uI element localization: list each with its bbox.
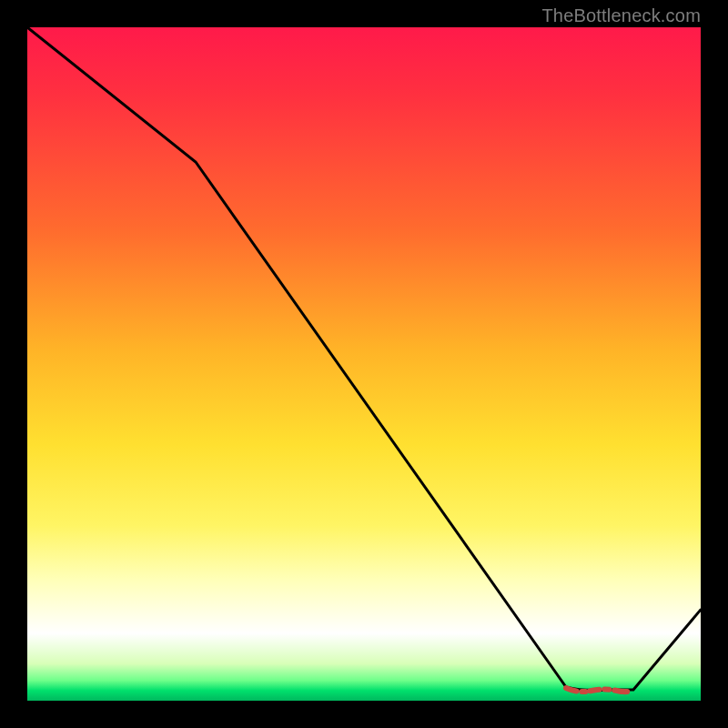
plot-area <box>27 27 701 701</box>
watermark-text: TheBottleneck.com <box>541 5 701 26</box>
chart-overlay <box>27 27 701 701</box>
main-curve <box>27 27 701 691</box>
chart-frame: TheBottleneck.com <box>0 0 728 728</box>
